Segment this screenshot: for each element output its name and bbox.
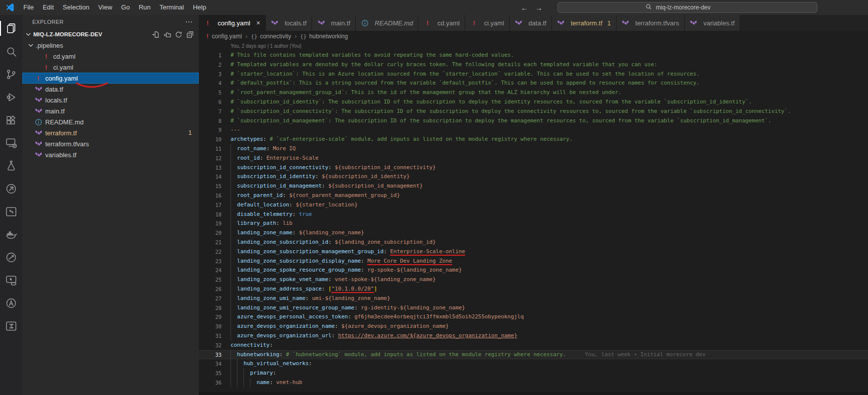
code-line-28[interactable]: 28landing_zone_umi_resource_group_name: … [199, 303, 868, 313]
tab-terraform-tf[interactable]: terraform.tf1 [552, 15, 617, 31]
file-item-data-tf[interactable]: data.tf [22, 84, 199, 95]
code-line-33[interactable]: 33hubnetworking: # `hubnetworking` modul… [199, 350, 868, 360]
code-line-20[interactable]: 20landing_zone_name: ${landing_zone_name… [199, 228, 868, 238]
tab-ci-yaml[interactable]: !ci.yaml [465, 15, 509, 31]
tab-README-md[interactable]: README.md [356, 15, 418, 31]
code-line-27[interactable]: 27landing_zone_umi_name: umi-${landing_z… [199, 294, 868, 303]
code-line-32[interactable]: 32connectivity: [199, 341, 868, 350]
tab-terraform-tfvars[interactable]: terraform.tfvars [617, 15, 685, 31]
ansible-icon[interactable] [0, 292, 22, 314]
code-line-1[interactable]: 1# This file contains templated variable… [199, 51, 868, 60]
menu-edit[interactable]: Edit [38, 0, 58, 15]
code-line-17[interactable]: 17default_location: ${starter_location} [199, 200, 868, 210]
code-editor[interactable]: You, 2 days ago | 1 author (You) 1# This… [199, 42, 868, 395]
code-line-9[interactable]: 9--- [199, 125, 868, 135]
code-token: "10.1.0.0/20" [331, 286, 374, 293]
code-line-2[interactable]: 2# Templated variables are denoted by th… [199, 60, 868, 70]
code-line-6[interactable]: 6# `subscription_id_identity`: The subsc… [199, 98, 868, 107]
line-number: 22 [199, 247, 222, 257]
file-item-variables-tf[interactable]: variables.tf [22, 149, 199, 160]
new-file-icon[interactable] [152, 31, 159, 38]
code-line-10[interactable]: 10archetypes: # `caf-enterprise-scale` m… [199, 135, 868, 144]
azure-pipelines-icon[interactable] [0, 177, 22, 200]
explorer-icon[interactable] [0, 17, 22, 40]
code-line-30[interactable]: 30azure_devops_organization_name: ${azur… [199, 322, 868, 331]
testing-icon[interactable] [0, 154, 22, 177]
code-line-19[interactable]: 19library_path: lib [199, 219, 868, 228]
breadcrumb-item-connectivity[interactable]: {}connectivity [251, 33, 291, 40]
bicep-icon[interactable] [0, 314, 22, 337]
menu-file[interactable]: File [19, 0, 38, 15]
code-line-36[interactable]: 36name: vnet-hub [199, 378, 868, 388]
nav-forward-button[interactable]: → [535, 3, 543, 12]
code-line-3[interactable]: 3# `starter_location`: This is an Azure … [199, 70, 868, 79]
menu-selection[interactable]: Selection [58, 0, 93, 15]
code-line-12[interactable]: 12root_id: Enterprise-Scale [199, 154, 868, 163]
breadcrumb-item-config.yaml[interactable]: !config.yaml [206, 33, 242, 40]
nav-back-button[interactable]: ← [521, 3, 528, 12]
menu-help[interactable]: Help [188, 0, 211, 15]
collapse-all-icon[interactable] [186, 31, 194, 38]
menu-view[interactable]: View [94, 0, 117, 15]
code-token: # This file contains templated variables… [231, 52, 514, 58]
code-line-7[interactable]: 7# `subscription_id_connectivity`: The s… [199, 107, 868, 116]
file-item-main-tf[interactable]: main.tf [22, 105, 199, 116]
azure-resources-icon[interactable] [0, 246, 22, 269]
code-line-15[interactable]: 15subscription_id_management: ${subscrip… [199, 182, 868, 191]
file-item-cd-yaml[interactable]: !cd.yaml [22, 51, 199, 62]
file-item-README-md[interactable]: README.md [22, 116, 199, 127]
code-line-26[interactable]: 26landing_zone_address_space: ["10.1.0.0… [199, 285, 868, 294]
terraform-icon[interactable] [0, 200, 22, 223]
code-line-11[interactable]: 11root_name: More IQ [199, 144, 868, 154]
code-line-21[interactable]: 21landing_zone_subscription_id: ${landin… [199, 238, 868, 247]
new-folder-icon[interactable] [163, 31, 171, 38]
run-and-debug-icon[interactable] [0, 86, 22, 108]
menu-run[interactable]: Run [134, 0, 155, 15]
breadcrumb-item-hubnetworking[interactable]: {}hubnetworking [300, 33, 348, 40]
tab-variables-tf[interactable]: variables.tf [685, 15, 740, 31]
terraform-cloud-icon[interactable] [0, 269, 22, 292]
source-control-icon[interactable] [0, 63, 22, 86]
code-line-29[interactable]: 29azure_devops_personal_access_token: gf… [199, 312, 868, 322]
code-line-16[interactable]: 16root_parent_id: ${root_parent_manageme… [199, 191, 868, 200]
file-item--pipelines[interactable]: .pipelines [22, 40, 199, 51]
code-line-25[interactable]: 25landing_zone_spoke_vnet_name: vnet-spo… [199, 275, 868, 285]
refresh-icon[interactable] [175, 31, 182, 38]
tab-data-tf[interactable]: data.tf [510, 15, 552, 31]
tab-label: main.tf [331, 19, 350, 27]
code-line-8[interactable]: 8# `subscription_id_management`: The sub… [199, 116, 868, 126]
file-item-terraform-tf[interactable]: terraform.tf1 [22, 127, 199, 138]
code-line-22[interactable]: 22landing_zone_subscription_management_g… [199, 247, 868, 257]
code-line-14[interactable]: 14subscription_id_identity: ${subscripti… [199, 172, 868, 182]
file-label: config.yaml [45, 75, 78, 82]
search-icon[interactable] [0, 40, 22, 63]
docker-icon[interactable] [0, 223, 22, 246]
code-line-4[interactable]: 4# `default_postfix`: This is a string s… [199, 79, 868, 88]
code-line-24[interactable]: 24landing_zone_spoke_resource_group_name… [199, 266, 868, 275]
workspace-root-folder[interactable]: MIQ-LZ-MORECORE-DEV [22, 29, 199, 40]
code-line-5[interactable]: 5# `root_parent_management_group_id`: Th… [199, 88, 868, 98]
gitlens-inline-blame: You, last week • Initial morecore dev [585, 351, 706, 358]
close-icon[interactable]: × [256, 19, 260, 27]
tab-cd-yaml[interactable]: !cd.yaml [418, 15, 465, 31]
file-item-terraform-tfvars[interactable]: terraform.tfvars [22, 138, 199, 149]
search-input[interactable] [655, 3, 729, 11]
command-center-search[interactable] [557, 2, 817, 13]
remote-explorer-icon[interactable] [0, 131, 22, 154]
code-line-31[interactable]: 31azure_devops_organization_url: https:/… [199, 331, 868, 341]
file-item-config-yaml[interactable]: !config.yaml [22, 73, 199, 84]
code-line-13[interactable]: 13subscription_id_connectivity: ${subscr… [199, 163, 868, 173]
code-line-35[interactable]: 35primary: [199, 369, 868, 378]
extensions-icon[interactable] [0, 108, 22, 131]
code-line-23[interactable]: 23landing_zone_subscription_display_name… [199, 257, 868, 266]
tab-config-yaml[interactable]: !config.yaml× [199, 15, 266, 31]
more-actions-icon[interactable]: ⋯ [185, 17, 193, 26]
tab-locals-tf[interactable]: locals.tf [266, 15, 312, 31]
file-item-locals-tf[interactable]: locals.tf [22, 95, 199, 105]
tab-main-tf[interactable]: main.tf [312, 15, 356, 31]
code-line-18[interactable]: 18disable_telemetry: true [199, 210, 868, 219]
menu-terminal[interactable]: Terminal [155, 0, 188, 15]
menu-go[interactable]: Go [117, 0, 134, 15]
file-item-ci-yaml[interactable]: !ci.yaml [22, 62, 199, 73]
code-line-34[interactable]: 34hub_virtual_networks: [199, 359, 868, 369]
